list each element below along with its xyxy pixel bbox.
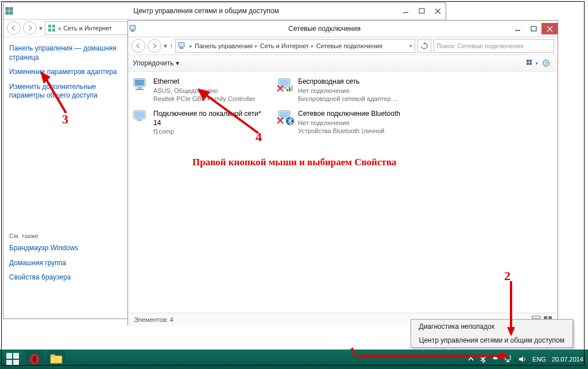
back-button[interactable] <box>7 21 21 35</box>
conn-bluetooth[interactable]: Сетевое подключение Bluetooth Нет подклю… <box>276 108 415 137</box>
ncs-max-button[interactable] <box>413 5 430 17</box>
help-button[interactable]: ? <box>539 57 553 69</box>
nc-navstrip: ▾ ↑ ▸ Панель управления ▸ Сеть и Интерне… <box>128 37 558 55</box>
svg-rect-29 <box>136 89 144 90</box>
nc-breadcrumb[interactable]: ▸ Панель управления ▸ Сеть и Интернет ▸ … <box>175 39 415 53</box>
svg-rect-23 <box>529 63 532 65</box>
ncs-sharing-link[interactable]: Изменить дополнительные параметры общего… <box>9 83 124 100</box>
opera-icon[interactable] <box>25 351 44 368</box>
nc-toolbar: Упорядочить ▾ ▾ ? <box>128 55 558 72</box>
ncs-adapter-link[interactable]: Изменение параметров адаптера <box>9 68 124 77</box>
svg-rect-11 <box>48 29 51 32</box>
menu-diagnose[interactable]: Диагностика неполадок <box>411 320 573 333</box>
svg-rect-63 <box>506 362 510 362</box>
tray-up-icon[interactable] <box>468 356 474 362</box>
bluetooth-icon <box>277 110 295 129</box>
svg-rect-18 <box>179 42 184 47</box>
svg-rect-12 <box>130 25 136 30</box>
svg-rect-55 <box>6 360 12 366</box>
svg-rect-2 <box>6 11 9 14</box>
ethernet-icon <box>133 77 150 97</box>
nc-icon <box>128 25 140 33</box>
firewall-link[interactable]: Брандмауэр Windows <box>9 244 124 253</box>
nc-window: Сетевые подключения ▾ ↑ ▸ Панель управле… <box>127 20 558 325</box>
svg-rect-19 <box>180 48 183 49</box>
browser-props-link[interactable]: Свойства браузера <box>9 273 124 282</box>
svg-rect-15 <box>531 26 536 31</box>
tray-network-icon[interactable] <box>505 355 513 363</box>
ncs-home-link[interactable]: Панель управления — домашняя страница <box>9 44 124 62</box>
svg-rect-56 <box>13 360 19 366</box>
see-also-label: См. также <box>9 232 124 239</box>
svg-rect-0 <box>6 7 9 10</box>
svg-point-58 <box>33 356 36 363</box>
ncs-titlebar: Центр управления сетями и общим доступом <box>3 3 446 20</box>
organize-button[interactable]: Упорядочить ▾ <box>133 59 179 67</box>
svg-rect-39 <box>135 112 144 118</box>
svg-rect-60 <box>51 355 55 356</box>
start-button[interactable] <box>3 351 22 368</box>
tray-bt-icon[interactable] <box>479 355 486 363</box>
nc-close-button[interactable] <box>541 23 558 34</box>
svg-rect-5 <box>419 9 424 13</box>
ncs-icon <box>3 7 15 15</box>
ncs-min-button[interactable] <box>397 5 413 17</box>
tray-context-menu: Диагностика неполадок Центр управления с… <box>411 319 574 348</box>
svg-rect-61 <box>505 356 510 360</box>
svg-rect-35 <box>287 89 288 91</box>
forward-button[interactable] <box>23 21 37 35</box>
svg-rect-59 <box>51 356 62 363</box>
nc-title: Сетевые подключения <box>140 25 509 33</box>
taskbar: ENG 20.07.2014 <box>0 349 588 369</box>
nc-titlebar: Сетевые подключения <box>128 21 558 37</box>
menu-network-center[interactable]: Центр управления сетями и общим доступом <box>411 333 573 347</box>
homegroup-link[interactable]: Домашняя группа <box>9 259 124 268</box>
ncs-title: Центр управления сетями и общим доступом <box>15 7 397 15</box>
tray-lang[interactable]: ENG <box>532 356 546 363</box>
tray-flag-icon[interactable] <box>492 355 499 363</box>
svg-rect-20 <box>527 60 529 62</box>
nc-min-button[interactable] <box>509 23 525 34</box>
svg-text:?: ? <box>545 61 548 66</box>
svg-rect-62 <box>507 360 509 362</box>
tray-volume-icon[interactable] <box>519 355 527 363</box>
ncs-sidebar: Панель управления — домашняя страница Из… <box>3 37 130 318</box>
svg-rect-53 <box>6 353 12 359</box>
nc-back-button[interactable] <box>131 39 145 53</box>
svg-rect-27 <box>135 80 144 86</box>
wireless-icon <box>277 77 295 97</box>
svg-rect-28 <box>137 87 142 89</box>
ncs-close-button[interactable] <box>430 5 446 17</box>
svg-rect-22 <box>527 63 529 65</box>
svg-rect-40 <box>137 119 142 121</box>
svg-rect-9 <box>52 29 55 32</box>
nc-max-button[interactable] <box>525 23 541 34</box>
svg-rect-10 <box>52 25 55 28</box>
lan-icon <box>133 110 150 129</box>
svg-rect-13 <box>131 30 134 32</box>
view-button[interactable]: ▾ <box>525 57 539 69</box>
explorer-icon[interactable] <box>47 351 65 368</box>
svg-rect-21 <box>529 60 532 62</box>
svg-rect-1 <box>10 7 13 10</box>
refresh-button[interactable] <box>417 39 431 53</box>
conn-lan14[interactable]: Подключение по локальной сети* 14 f1comp <box>131 108 270 137</box>
svg-rect-54 <box>13 353 19 359</box>
svg-rect-8 <box>48 25 51 28</box>
nc-search[interactable]: Поиск: Сетевые подключения <box>434 39 554 53</box>
nc-body: Ethernet ASUS, Общедоступно Realtek PCIe… <box>128 72 558 313</box>
svg-rect-37 <box>291 86 293 91</box>
conn-ethernet[interactable]: Ethernet ASUS, Общедоступно Realtek PCIe… <box>131 76 270 104</box>
conn-wireless[interactable]: Беспроводная сеть Нет подключения Беспро… <box>276 76 415 104</box>
svg-rect-3 <box>10 11 13 14</box>
tray-clock[interactable]: 20.07.2014 <box>552 356 583 363</box>
svg-rect-36 <box>289 87 291 91</box>
nc-forward-button[interactable] <box>148 39 161 53</box>
